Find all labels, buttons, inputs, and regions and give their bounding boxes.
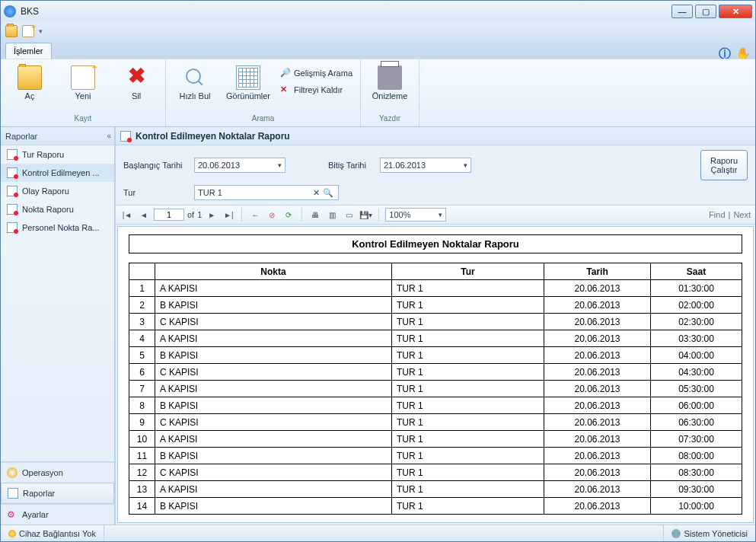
ribbon-group-arama-caption: Arama <box>171 114 356 125</box>
cell-nokta: A KAPISI <box>155 431 392 448</box>
report-item-icon <box>7 204 18 215</box>
cell-nokta: A KAPISI <box>155 481 392 498</box>
cell-tarih: 20.06.2013 <box>544 314 651 330</box>
export-button[interactable]: 💾▾ <box>359 208 372 222</box>
delete-button[interactable]: ✖ Sil <box>112 62 161 100</box>
cell-nokta: C KAPISI <box>155 314 392 330</box>
stop-button[interactable]: ⊘ <box>265 208 279 222</box>
cell-idx: 11 <box>129 448 155 464</box>
help-hand-icon[interactable]: ✋ <box>735 46 748 59</box>
qat-dropdown-icon[interactable]: ▾ <box>39 27 43 35</box>
find-link[interactable]: Find <box>709 210 725 219</box>
preview-button[interactable]: Önizleme <box>365 62 414 100</box>
end-date-picker[interactable]: 21.06.2013 ▾ <box>380 158 471 173</box>
cell-saat: 08:30:00 <box>651 464 742 481</box>
maximize-button[interactable]: ▢ <box>695 5 716 18</box>
device-status-text: Cihaz Bağlantısı Yok <box>19 529 96 538</box>
report-viewport[interactable]: Kontrol Edilmeyen Noktalar Raporu Nokta … <box>117 226 754 523</box>
cell-idx: 5 <box>129 347 155 364</box>
print-button[interactable]: 🖶 <box>308 208 322 222</box>
cell-tarih: 20.06.2013 <box>544 431 651 448</box>
cell-idx: 3 <box>129 314 155 330</box>
col-saat: Saat <box>651 263 742 280</box>
table-row: 12C KAPISITUR 120.06.201308:30:00 <box>129 464 742 481</box>
cell-tur: TUR 1 <box>392 314 544 330</box>
cell-tur: TUR 1 <box>392 330 544 347</box>
sidebar-collapse-icon[interactable]: « <box>107 132 110 140</box>
title-bar: BKS — ▢ ✕ <box>1 1 755 22</box>
cell-saat: 02:00:00 <box>651 297 742 314</box>
views-button[interactable]: Görünümler <box>224 62 273 100</box>
refresh-button[interactable]: ⟳ <box>282 208 295 222</box>
start-date-label: Başlangıç Tarihi <box>123 161 188 170</box>
cell-idx: 7 <box>129 381 155 397</box>
report-item-icon <box>7 149 18 160</box>
quick-find-button[interactable]: Hızlı Bul <box>171 62 219 100</box>
cell-tur: TUR 1 <box>392 381 544 397</box>
advanced-search-button[interactable]: 🔎 Gelişmiş Arama <box>277 65 356 81</box>
current-user-text: Sistem Yöneticisi <box>684 529 748 538</box>
minimize-button[interactable]: — <box>671 5 693 18</box>
table-row: 5B KAPISITUR 120.06.201304:00:00 <box>129 347 742 364</box>
sidebar-item[interactable]: Personel Nokta Ra... <box>1 218 114 237</box>
nav-ayarlar[interactable]: ⚙ Ayarlar <box>1 504 114 524</box>
cell-nokta: C KAPISI <box>155 414 392 431</box>
content-title: Kontrol Edilmeyen Noktalar Raporu <box>136 131 290 142</box>
sidebar-report-list: Tur RaporuKontrol Edilmeyen ...Olay Rapo… <box>1 145 114 461</box>
ribbon-tab-islemler[interactable]: İşlemler <box>5 43 52 59</box>
qat-open-icon[interactable] <box>5 25 18 37</box>
open-button[interactable]: Aç <box>5 62 54 100</box>
cell-saat: 09:30:00 <box>651 481 742 498</box>
cell-tarih: 20.06.2013 <box>544 297 651 314</box>
prev-page-button[interactable]: ◄ <box>137 208 151 222</box>
nav-raporlar[interactable]: Raporlar <box>1 483 114 504</box>
cell-tarih: 20.06.2013 <box>544 280 651 297</box>
last-page-button[interactable]: ►| <box>222 208 235 222</box>
cell-nokta: B KAPISI <box>155 347 392 364</box>
cell-tarih: 20.06.2013 <box>544 397 651 414</box>
clear-filter-button[interactable]: ✕ Filtreyi Kaldır <box>277 82 356 97</box>
clear-filter-icon: ✕ <box>280 84 291 95</box>
table-row: 8B KAPISITUR 120.06.201306:00:00 <box>129 397 742 414</box>
new-document-icon <box>71 65 95 90</box>
cell-tur: TUR 1 <box>392 364 544 381</box>
status-bar: Cihaz Bağlantısı Yok Sistem Yöneticisi <box>1 524 755 541</box>
sidebar-item[interactable]: Olay Raporu <box>1 182 114 200</box>
find-next-link[interactable]: Next <box>733 210 751 219</box>
run-report-button[interactable]: Raporu Çalıştır <box>700 150 748 180</box>
layout-button[interactable]: ▥ <box>325 208 339 222</box>
help-info-icon[interactable]: ⓘ <box>719 46 731 59</box>
cell-nokta: B KAPISI <box>155 448 392 464</box>
new-button[interactable]: Yeni <box>59 62 107 100</box>
cell-nokta: B KAPISI <box>155 297 392 314</box>
cell-tur: TUR 1 <box>392 280 544 297</box>
close-button[interactable]: ✕ <box>719 5 752 18</box>
cell-tarih: 20.06.2013 <box>544 448 651 464</box>
first-page-button[interactable]: |◄ <box>120 208 134 222</box>
table-row: 1A KAPISITUR 120.06.201301:30:00 <box>129 280 742 297</box>
nav-operasyon[interactable]: Operasyon <box>1 462 114 483</box>
page-number-input[interactable] <box>154 209 184 221</box>
cell-tur: TUR 1 <box>392 498 544 515</box>
tur-picker[interactable]: TUR 1 ✕ 🔍 <box>194 185 339 200</box>
dropdown-arrow-icon: ▾ <box>464 161 467 169</box>
qat-new-icon[interactable] <box>22 25 34 37</box>
next-page-button[interactable]: ► <box>205 208 219 222</box>
lookup-tur-icon[interactable]: 🔍 <box>321 188 335 198</box>
sidebar-item[interactable]: Kontrol Edilmeyen ... <box>1 164 114 182</box>
col-tur: Tur <box>392 263 544 280</box>
cell-idx: 13 <box>129 481 155 498</box>
start-date-picker[interactable]: 20.06.2013 ▾ <box>194 158 285 173</box>
page-setup-button[interactable]: ▭ <box>342 208 356 222</box>
report-viewer-toolbar: |◄ ◄ of 1 ► ►| ← ⊘ ⟳ 🖶 ▥ ▭ 💾▾ <box>116 205 755 225</box>
cell-idx: 4 <box>129 330 155 347</box>
cell-idx: 1 <box>129 280 155 297</box>
ribbon: Aç Yeni ✖ Sil Kayıt Hızlı Bul <box>1 59 755 127</box>
zoom-select[interactable]: 100% ▾ <box>385 208 446 222</box>
sidebar-item[interactable]: Nokta Raporu <box>1 200 114 218</box>
clear-tur-icon[interactable]: ✕ <box>311 188 321 198</box>
table-row: 3C KAPISITUR 120.06.201302:30:00 <box>129 314 742 330</box>
sidebar-item[interactable]: Tur Raporu <box>1 145 114 164</box>
tur-label: Tur <box>123 188 188 197</box>
back-button[interactable]: ← <box>248 208 262 222</box>
